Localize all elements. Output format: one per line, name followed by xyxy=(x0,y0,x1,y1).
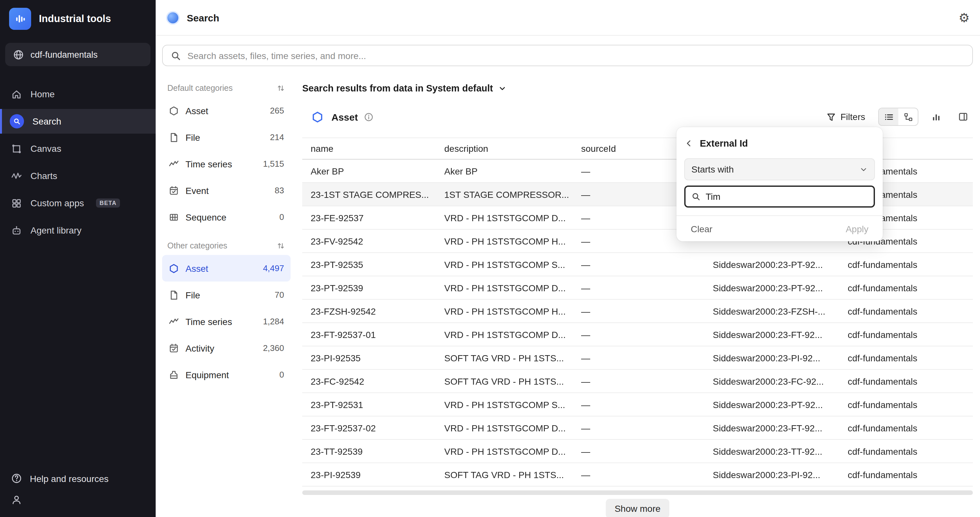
filter-popup-footer: Clear Apply xyxy=(676,215,883,241)
table-cell: — xyxy=(573,346,704,369)
table-row[interactable]: 23-PI-92539SOFT TAG VRD - PH 1STS...—Sid… xyxy=(302,463,973,486)
category-count: 2,360 xyxy=(263,343,284,353)
table-cell: — xyxy=(573,323,704,346)
category-label: Equipment xyxy=(186,369,229,380)
category-other-asset[interactable]: Asset 4,497 xyxy=(162,255,291,282)
table-cell: Siddeswar2000:23-FC-92... xyxy=(704,369,839,393)
sidebar-item-label: Home xyxy=(30,89,55,99)
table-cell: 23-PT-92531 xyxy=(302,393,436,416)
table-row[interactable]: 23-FT-92537-01VRD - PH 1STSTGCOMP D...—S… xyxy=(302,323,973,346)
category-label: Time series xyxy=(186,159,232,169)
table-cell: 23-FV-92542 xyxy=(302,229,436,253)
column-header-description[interactable]: description xyxy=(436,138,573,159)
search-input[interactable] xyxy=(188,50,964,60)
sequence-icon xyxy=(169,212,179,222)
category-default-event[interactable]: Event 83 xyxy=(162,177,291,204)
sort-icon[interactable] xyxy=(276,84,285,93)
category-label: Asset xyxy=(186,263,208,274)
category-other-activity[interactable]: Activity 2,360 xyxy=(162,335,291,361)
filters-button[interactable]: Filters xyxy=(821,109,870,124)
table-cell: cdf-fundamentals xyxy=(839,369,973,393)
chevron-down-icon xyxy=(498,84,506,92)
table-row[interactable]: 23-TT-92539VRD - PH 1STSTGCOMP D...—Sidd… xyxy=(302,439,973,463)
operator-select[interactable]: Starts with xyxy=(684,158,875,180)
column-header-name[interactable]: name xyxy=(302,138,436,159)
asset-hexagon-icon xyxy=(169,263,179,274)
table-row[interactable]: 23-PT-92539VRD - PH 1STSTGCOMP D...—Sidd… xyxy=(302,276,973,299)
charts-icon xyxy=(11,170,22,181)
table-cell: cdf-fundamentals xyxy=(839,346,973,369)
table-cell: 23-1ST STAGE COMPRES... xyxy=(302,183,436,206)
project-name: cdf-fundamentals xyxy=(30,49,98,59)
app-logo-icon xyxy=(9,8,31,30)
category-other-file[interactable]: File 70 xyxy=(162,282,291,308)
sidebar-item-search[interactable]: Search xyxy=(0,109,156,134)
table-cell: Siddeswar2000:23-PT-92... xyxy=(704,276,839,299)
time-series-icon xyxy=(169,159,179,169)
filter-value-input[interactable] xyxy=(706,191,868,202)
table-cell: VRD - PH 1STSTGCOMP H... xyxy=(436,229,573,253)
show-more-button[interactable]: Show more xyxy=(605,499,670,517)
other-categories-header: Other categories xyxy=(162,237,291,255)
sidebar-item-canvas[interactable]: Canvas xyxy=(0,136,156,161)
table-cell: VRD - PH 1STSTGCOMP S... xyxy=(436,393,573,416)
table-cell: Siddeswar2000:23-FT-92... xyxy=(704,416,839,439)
table-row[interactable]: 23-FC-92542SOFT TAG VRD - PH 1STS...—Sid… xyxy=(302,369,973,393)
category-other-equipment[interactable]: Equipment 0 xyxy=(162,361,291,388)
table-cell: — xyxy=(573,393,704,416)
clear-button[interactable]: Clear xyxy=(691,223,713,234)
results-scope-selector[interactable]: Search results from data in System defau… xyxy=(302,79,506,97)
entity-label: Asset xyxy=(331,111,358,122)
category-count: 70 xyxy=(275,290,284,300)
filters-label: Filters xyxy=(840,111,865,122)
filter-value-field[interactable] xyxy=(684,186,875,208)
table-cell: SOFT TAG VRD - PH 1STS... xyxy=(436,463,573,486)
filter-popup-header: External Id xyxy=(684,135,875,152)
category-default-asset[interactable]: Asset 265 xyxy=(162,97,291,124)
category-label: File xyxy=(186,290,200,300)
table-row[interactable]: 23-PT-92535VRD - PH 1STSTGCOMP S...—Sidd… xyxy=(302,253,973,276)
sidebar-nav: Home Search Canvas Charts xyxy=(0,82,156,243)
operator-value: Starts with xyxy=(691,164,734,175)
tree-view-icon[interactable] xyxy=(898,108,918,125)
sidebar-item-home[interactable]: Home xyxy=(0,82,156,107)
top-bar: Search ⚙ xyxy=(156,0,980,36)
apps-grid-icon xyxy=(11,197,22,208)
app-logo-row: Industrial tools xyxy=(0,0,156,36)
user-profile-button[interactable] xyxy=(0,490,156,517)
canvas-icon xyxy=(11,143,22,154)
sidebar-item-agent-library[interactable]: Agent library xyxy=(0,218,156,243)
user-icon xyxy=(11,494,22,505)
table-row[interactable]: 23-FZSH-92542VRD - PH 1STSTGCOMP H...—Si… xyxy=(302,299,973,323)
info-icon[interactable] xyxy=(364,112,374,122)
global-search-bar[interactable] xyxy=(162,45,973,66)
sidebar-item-custom-apps[interactable]: Custom apps BETA xyxy=(0,191,156,215)
apply-button[interactable]: Apply xyxy=(846,223,869,234)
horizontal-scrollbar[interactable] xyxy=(302,490,973,495)
list-view-icon[interactable] xyxy=(879,108,898,125)
sidebar-item-charts[interactable]: Charts xyxy=(0,164,156,188)
filter-popup-title: External Id xyxy=(700,138,748,148)
category-default-time-series[interactable]: Time series 1,515 xyxy=(162,151,291,177)
sidebar-item-label: Agent library xyxy=(30,225,81,235)
category-other-time-series[interactable]: Time series 1,284 xyxy=(162,308,291,335)
table-cell: — xyxy=(573,439,704,463)
table-row[interactable]: 23-PT-92531VRD - PH 1STSTGCOMP S...—Sidd… xyxy=(302,393,973,416)
table-cell: Siddeswar2000:23-FZSH-... xyxy=(704,299,839,323)
beta-badge: BETA xyxy=(96,199,120,208)
back-chevron-icon[interactable] xyxy=(684,139,693,148)
project-selector[interactable]: cdf-fundamentals xyxy=(5,43,151,66)
chart-view-icon[interactable] xyxy=(926,108,946,125)
table-row[interactable]: 23-PI-92535SOFT TAG VRD - PH 1STS...—Sid… xyxy=(302,346,973,369)
table-row[interactable]: 23-FT-92537-02VRD - PH 1STSTGCOMP D...—S… xyxy=(302,416,973,439)
category-default-sequence[interactable]: Sequence 0 xyxy=(162,204,291,230)
settings-gear-icon[interactable]: ⚙ xyxy=(959,11,970,24)
side-panel-icon[interactable] xyxy=(953,108,973,125)
category-default-file[interactable]: File 214 xyxy=(162,124,291,151)
category-count: 0 xyxy=(280,212,284,222)
sort-icon[interactable] xyxy=(276,241,285,250)
help-and-resources[interactable]: Help and resources xyxy=(0,466,156,490)
table-cell: — xyxy=(573,253,704,276)
globe-icon xyxy=(13,49,24,60)
help-label: Help and resources xyxy=(30,473,109,484)
